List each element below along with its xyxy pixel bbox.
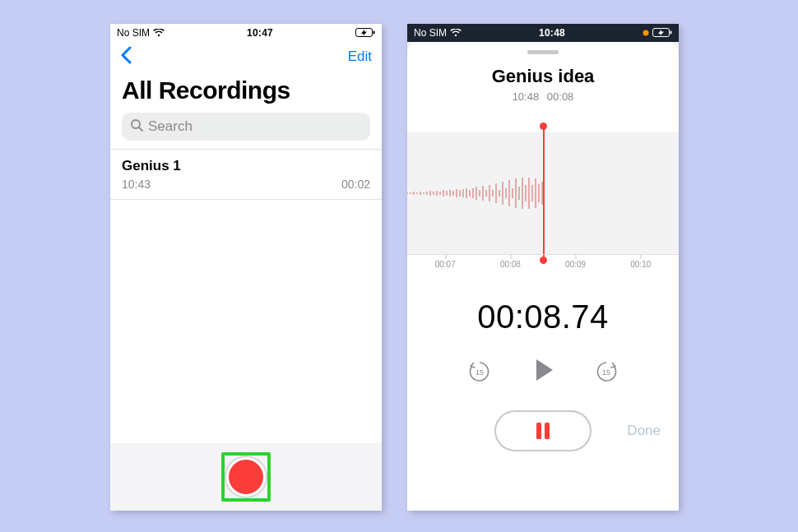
- ruler-tick: 00:07: [435, 255, 456, 269]
- recording-list-item[interactable]: Genius 1 10:43 00:02: [110, 149, 382, 200]
- wifi-icon: [153, 29, 165, 37]
- ruler-tick: 00:09: [565, 255, 586, 269]
- playback-controls: 15 15: [407, 355, 679, 388]
- svg-line-3: [139, 127, 142, 131]
- skip-back-15-button[interactable]: 15: [467, 359, 492, 384]
- page-title: All Recordings: [110, 72, 382, 113]
- phone-all-recordings: No SIM 10:47 Edit All Recordings Search …: [110, 24, 382, 511]
- status-bar: No SIM 10:48: [407, 24, 679, 42]
- recording-length: 00:08: [547, 90, 574, 103]
- bottom-row: Done: [407, 409, 679, 452]
- carrier-text: No SIM: [117, 27, 150, 39]
- recording-duration: 00:02: [341, 178, 370, 191]
- carrier-text: No SIM: [414, 27, 447, 39]
- status-bar: No SIM 10:47: [110, 24, 382, 42]
- ruler-tick: 00:08: [500, 255, 521, 269]
- waveform[interactable]: [407, 132, 679, 254]
- recording-created-time: 10:48: [513, 90, 540, 103]
- status-left: No SIM: [117, 27, 165, 39]
- highlight-box: [221, 452, 271, 502]
- nav-row: Edit: [110, 42, 382, 72]
- search-input[interactable]: Search: [122, 113, 370, 141]
- wifi-icon: [450, 29, 462, 37]
- status-time: 10:47: [247, 27, 273, 39]
- recording-indicator-icon: [643, 30, 649, 36]
- status-right: [643, 28, 672, 38]
- svg-text:15: 15: [602, 368, 610, 377]
- record-button[interactable]: [226, 457, 266, 497]
- drag-grabber[interactable]: [527, 50, 559, 54]
- svg-rect-6: [670, 31, 672, 35]
- status-right: [355, 28, 375, 38]
- phone-recording: No SIM 10:48 Genius idea 10:48 00:08: [407, 24, 679, 511]
- svg-rect-1: [373, 31, 375, 35]
- pause-button[interactable]: [494, 410, 592, 451]
- record-footer: [110, 443, 382, 511]
- recording-title[interactable]: Genius idea: [407, 66, 679, 87]
- recording-name: Genius 1: [122, 158, 370, 174]
- time-ruler: 00:07 00:08 00:09 00:10: [407, 254, 679, 274]
- svg-point-4: [643, 30, 649, 36]
- recording-subtitle: 10:48 00:08: [407, 90, 679, 103]
- svg-rect-51: [536, 423, 541, 439]
- back-button[interactable]: [120, 46, 132, 67]
- svg-text:15: 15: [476, 368, 484, 377]
- search-icon: [130, 118, 143, 136]
- battery-icon: [355, 28, 375, 38]
- done-button[interactable]: Done: [627, 423, 661, 439]
- ruler-tick: 00:10: [630, 255, 651, 269]
- status-left: No SIM: [414, 27, 462, 39]
- recording-time: 10:43: [122, 178, 151, 191]
- status-time: 10:48: [539, 27, 565, 39]
- search-placeholder: Search: [148, 118, 193, 135]
- svg-rect-52: [545, 423, 550, 439]
- recording-panel: Genius idea 10:48 00:08 00:07 00:08 00:0…: [407, 42, 679, 511]
- battery-icon: [652, 28, 672, 38]
- elapsed-timer: 00:08.74: [407, 298, 679, 335]
- edit-button[interactable]: Edit: [348, 49, 372, 65]
- playhead[interactable]: [543, 126, 545, 261]
- skip-forward-15-button[interactable]: 15: [594, 359, 619, 384]
- play-button[interactable]: [528, 355, 558, 388]
